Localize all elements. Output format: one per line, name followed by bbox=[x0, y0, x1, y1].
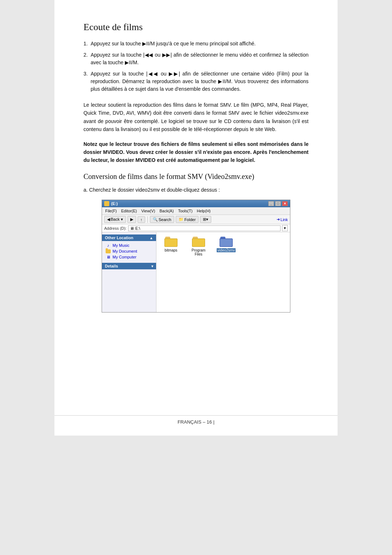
step-1: 1. Appuyez sur la touche ▶II/M jusqu'à c… bbox=[83, 40, 309, 48]
document-folder-icon bbox=[106, 249, 111, 253]
up-button[interactable]: ↑ bbox=[138, 216, 146, 223]
file-item-bitmaps[interactable]: bitmaps bbox=[161, 237, 181, 252]
file-item-video2smv[interactable]: video2smv bbox=[216, 237, 236, 252]
explorer-address-bar: Address (D): 🖥 E:\ ▾ bbox=[102, 224, 290, 232]
back-icon: ◀ bbox=[107, 217, 110, 222]
menu-help[interactable]: Help(H) bbox=[195, 208, 212, 214]
folder-icon-program-files bbox=[192, 237, 205, 247]
search-button[interactable]: 🔍 Search bbox=[150, 216, 174, 223]
collapse-toggle[interactable]: ▲ bbox=[150, 236, 153, 240]
search-icon: 🔍 bbox=[153, 217, 158, 222]
steps-list: 1. Appuyez sur la touche ▶II/M jusqu'à c… bbox=[83, 40, 309, 93]
view-button[interactable]: ⊞▾ bbox=[200, 216, 211, 223]
my-computer-item[interactable]: 🖥 My Computer bbox=[102, 254, 156, 260]
link-button[interactable]: ➜ Link bbox=[277, 217, 288, 222]
folder-icon-video2smv bbox=[220, 237, 233, 247]
explorer-right-panel: bitmaps ProgramFiles video2s bbox=[156, 232, 290, 312]
step-2: 2. Appuyez sur la touche |◀◀ ou ▶▶| afin… bbox=[83, 51, 309, 66]
file-item-program-files[interactable]: ProgramFiles bbox=[188, 237, 209, 256]
explorer-toolbar: ◀ Back ▾ ▶ ↑ 🔍 Search 📁 Folder ⊞▾ ➜ Link bbox=[102, 215, 290, 224]
page: Ecoute de films 1. Appuyez sur la touche… bbox=[54, 0, 338, 436]
maximize-button[interactable]: □ bbox=[275, 201, 281, 206]
explorer-menubar: File(F) Editor(E) View(V) Back(A) Tools(… bbox=[102, 207, 290, 215]
file-label-bitmaps: bitmaps bbox=[164, 248, 177, 252]
address-label: Address (D): bbox=[104, 226, 127, 230]
explorer-body: Other Location ▲ ♪ My Music My Document … bbox=[102, 232, 290, 312]
explorer-left-panel: Other Location ▲ ♪ My Music My Document … bbox=[102, 232, 156, 312]
details-toggle[interactable]: ▾ bbox=[151, 264, 153, 268]
explorer-title: (E:) bbox=[111, 201, 118, 206]
explorer-window-icon bbox=[104, 201, 109, 206]
folder-button[interactable]: 📁 Folder bbox=[176, 216, 199, 223]
paragraph1: Le lecteur soutient la reproduction des … bbox=[83, 101, 309, 134]
menu-tools[interactable]: Tools(T) bbox=[176, 208, 195, 214]
computer-icon: 🖥 bbox=[106, 255, 111, 259]
menu-editor[interactable]: Editor(E) bbox=[119, 208, 139, 214]
menu-file[interactable]: File(F) bbox=[103, 208, 119, 214]
minimize-button[interactable]: _ bbox=[268, 201, 274, 206]
address-dropdown[interactable]: ▾ bbox=[282, 225, 288, 231]
file-label-program-files: ProgramFiles bbox=[192, 248, 205, 256]
back-button[interactable]: ◀ Back ▾ bbox=[104, 216, 126, 223]
step-a: a. Cherchez le dossier video2smv et doub… bbox=[83, 186, 309, 194]
my-music-item[interactable]: ♪ My Music bbox=[102, 242, 156, 248]
address-value: E:\ bbox=[135, 226, 140, 230]
close-button[interactable]: ✕ bbox=[282, 201, 288, 206]
footer-text: FRANÇAIS – 16 | bbox=[177, 419, 215, 425]
forward-button[interactable]: ▶ bbox=[127, 216, 136, 223]
menu-view[interactable]: View(V) bbox=[139, 208, 157, 214]
drive-icon: 🖥 bbox=[130, 226, 134, 230]
other-location-header: Other Location ▲ bbox=[102, 234, 156, 241]
explorer-titlebar: (E:) _ □ ✕ bbox=[102, 200, 290, 207]
folder-icon: 📁 bbox=[179, 217, 184, 222]
arrow-right-icon: ➜ bbox=[277, 217, 280, 222]
section2-title: Conversion de films dans le format SMV (… bbox=[83, 172, 309, 181]
menu-back[interactable]: Back(A) bbox=[158, 208, 176, 214]
details-label: Details bbox=[105, 264, 118, 268]
toolbar-separator bbox=[147, 216, 148, 223]
step-3: 3. Appuyez sur la touche |◀◀ ou ▶▶| afin… bbox=[83, 70, 309, 93]
explorer-window: (E:) _ □ ✕ File(F) Editor(E) View(V) Bac… bbox=[102, 200, 290, 313]
page-footer: FRANÇAIS – 16 | bbox=[54, 415, 338, 425]
titlebar-controls: _ □ ✕ bbox=[268, 201, 288, 206]
file-label-video2smv: video2smv bbox=[217, 248, 236, 252]
section1-title: Ecoute de films bbox=[83, 22, 309, 33]
music-icon: ♪ bbox=[106, 243, 111, 248]
paragraph2: Notez que le lecteur trouve des fichiers… bbox=[83, 140, 309, 164]
address-field[interactable]: 🖥 E:\ bbox=[128, 225, 281, 231]
my-document-item[interactable]: My Document bbox=[102, 248, 156, 254]
details-header: Details ▾ bbox=[102, 263, 156, 269]
folder-icon-bitmaps bbox=[164, 237, 177, 247]
other-location-label: Other Location bbox=[105, 236, 133, 240]
